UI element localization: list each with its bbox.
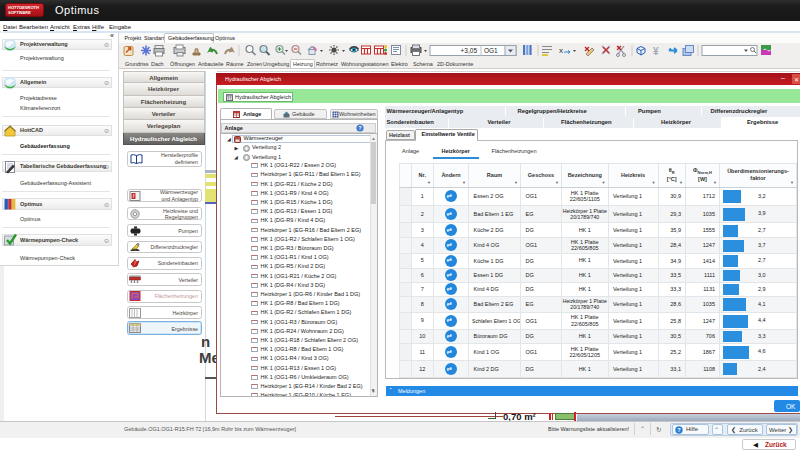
svg-text:+3,05: +3,05 xyxy=(461,47,478,54)
svg-text:OG1: OG1 xyxy=(484,47,498,54)
svg-text:¥: ¥ xyxy=(653,46,659,57)
svg-text:x: x xyxy=(559,46,563,55)
